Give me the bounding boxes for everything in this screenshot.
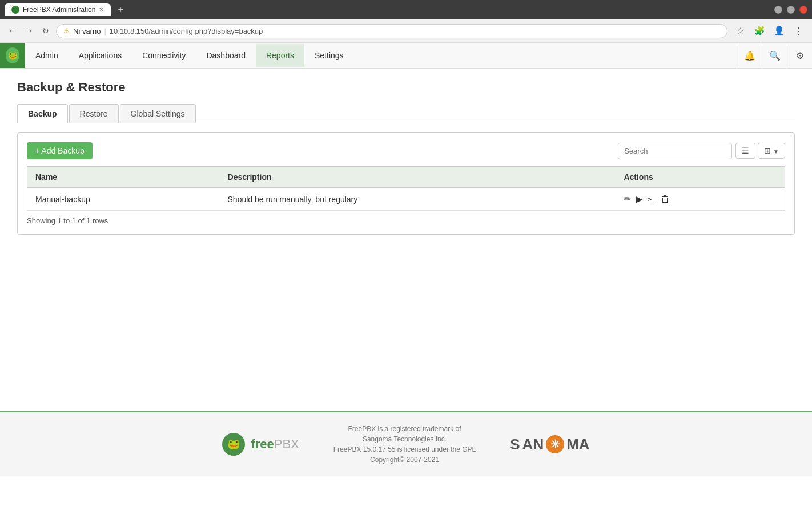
cell-actions: ✏ ▶ >_ 🗑 [616,188,785,211]
footer-sangoma-brand: S AN ✳ MA [510,435,589,453]
profile-button[interactable]: 👤 [771,23,787,39]
tab-close-btn[interactable]: ✕ [99,6,104,14]
close-button[interactable]: ✕ [799,6,807,14]
extensions-button[interactable]: 🧩 [751,23,767,39]
nav-admin[interactable]: Admin [25,44,69,67]
actions-cell: ✏ ▶ >_ 🗑 [624,194,777,204]
delete-icon[interactable]: 🗑 [661,194,670,204]
url-text: 10.10.8.150/admin/config.php?display=bac… [110,27,263,35]
address-bar-row: ← → ↻ ⚠ Ni varno | 10.10.8.150/admin/con… [0,19,812,43]
footer-trademark-line1: FreePBX is a registered trademark of [333,424,476,434]
tab-title: FreePBX Administration [23,6,95,14]
content-card: + Add Backup ☰ ⊞ ▼ Name Description Acti… [17,132,795,235]
footer-copyright: Copyright© 2007-2021 [333,455,476,465]
footer-sangoma-ma: MA [566,436,589,453]
bookmark-button[interactable]: ☆ [732,23,748,39]
cell-description: Should be run manually, but regulary [220,188,616,211]
page-title: Backup & Restore [17,80,795,95]
backup-table: Name Description Actions Manual-backup S… [27,166,785,211]
footer-trademark-line2: Sangoma Technologies Inc. [333,434,476,444]
new-tab-button[interactable]: + [114,5,126,15]
terminal-icon[interactable]: >_ [647,195,656,203]
sangoma-asterisk-icon: ✳ [546,435,564,453]
toolbar-right: ☰ ⊞ ▼ [618,143,785,159]
tab-backup[interactable]: Backup [17,104,68,123]
nav-reports[interactable]: Reports [256,44,304,67]
nav-connectivity[interactable]: Connectivity [132,44,196,67]
add-backup-button[interactable]: + Add Backup [27,142,93,159]
table-footer-text: Showing 1 to 1 of 1 rows [27,216,108,225]
tab-restore[interactable]: Restore [69,104,119,123]
address-bar[interactable]: ⚠ Ni varno | 10.10.8.150/admin/config.ph… [56,24,727,38]
back-button[interactable]: ← [6,25,18,37]
col-name: Name [27,167,220,188]
security-warning-text: Ni varno [73,27,101,35]
app-navbar: 🐸 Admin Applications Connectivity Dashbo… [0,43,812,69]
search-input[interactable] [618,143,732,159]
browser-actions: ☆ 🧩 👤 ⋮ [732,23,806,39]
table-header-row: Name Description Actions [27,167,785,188]
list-view-button[interactable]: ☰ [735,143,755,159]
edit-icon[interactable]: ✏ [624,194,631,204]
nav-search-btn[interactable]: 🔍 [762,43,787,68]
col-description: Description [220,167,616,188]
nav-applications[interactable]: Applications [69,44,132,67]
nav-notifications-btn[interactable]: 🔔 [737,43,762,68]
browser-chrome: FreePBX Administration ✕ + — □ ✕ [0,0,812,19]
view-toggle-group: ☰ ⊞ ▼ [735,143,785,159]
table-row: Manual-backup Should be run manually, bu… [27,188,785,211]
maximize-button[interactable]: □ [787,6,795,14]
freepbx-logo-icon: 🐸 [6,47,19,63]
security-warning-icon: ⚠ [63,27,70,35]
grid-view-button[interactable]: ⊞ ▼ [758,143,785,159]
footer-freepbx-brand: 🐸 freePBX [222,433,299,456]
footer-center: FreePBX is a registered trademark of San… [333,424,476,465]
page-footer: 🐸 freePBX FreePBX is a registered tradem… [0,411,812,476]
page-content: Backup & Restore Backup Restore Global S… [0,69,812,411]
tab-favicon [11,6,19,14]
browser-tab[interactable]: FreePBX Administration ✕ [5,3,111,16]
toolbar: + Add Backup ☰ ⊞ ▼ [27,142,785,159]
nav-dashboard[interactable]: Dashboard [196,44,256,67]
cell-name: Manual-backup [27,188,220,211]
tabs-bar: Backup Restore Global Settings [17,104,795,123]
menu-button[interactable]: ⋮ [790,23,806,39]
footer-logo-icon: 🐸 [222,433,245,456]
nav-settings-btn[interactable]: ⚙ [787,43,812,68]
footer-pbx-text: PBX [274,437,299,451]
tab-global-settings[interactable]: Global Settings [120,104,196,123]
run-icon[interactable]: ▶ [636,194,642,204]
table-footer: Showing 1 to 1 of 1 rows [27,216,785,225]
footer-sangoma-s: S [510,436,520,453]
footer-sangoma-an: AN [522,436,544,453]
footer-license-line: FreePBX 15.0.17.55 is licensed under the… [333,444,476,455]
forward-button[interactable]: → [23,25,35,37]
window-controls: — □ ✕ [774,6,807,14]
reload-button[interactable]: ↻ [40,25,51,37]
col-actions: Actions [616,167,785,188]
minimize-button[interactable]: — [774,6,782,14]
nav-menu: Admin Applications Connectivity Dashboar… [25,43,737,68]
footer-freepbx-label: freePBX [251,437,299,452]
separator: | [104,27,106,35]
app-logo: 🐸 [0,43,25,68]
nav-right-actions: 🔔 🔍 ⚙ [737,43,812,68]
nav-settings[interactable]: Settings [304,44,354,67]
